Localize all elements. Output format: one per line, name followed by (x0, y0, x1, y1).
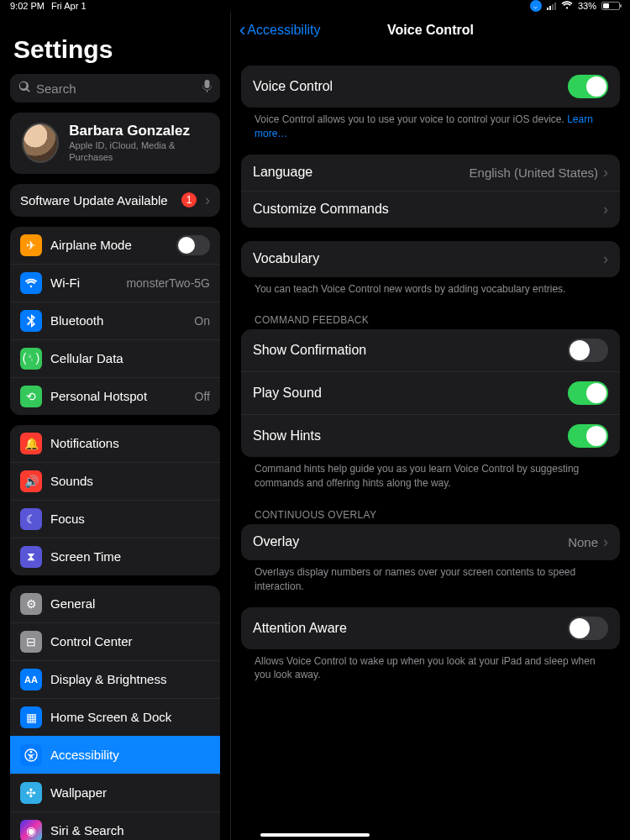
vocabulary-row[interactable]: Vocabulary › (241, 241, 620, 277)
sidebar-item-siri[interactable]: ◉ Siri & Search (10, 811, 220, 840)
chevron-right-icon: › (603, 201, 608, 218)
cellular-icon: (␏) (20, 348, 42, 370)
siri-icon: ◉ (20, 820, 42, 840)
sidebar-item-screentime[interactable]: ⧗ Screen Time (10, 538, 220, 575)
hotspot-icon: ⟲ (20, 386, 42, 407)
toggles-icon: ⊟ (20, 631, 42, 653)
search-icon (18, 81, 31, 97)
show-hints-toggle[interactable] (568, 424, 608, 448)
gear-icon: ⚙ (20, 593, 42, 615)
attention-aware-row[interactable]: Attention Aware (241, 607, 620, 649)
battery-percent: 33% (578, 1, 596, 11)
display-icon: AA (20, 669, 42, 690)
status-time: 9:02 PM (10, 1, 45, 11)
attention-aware-toggle[interactable] (568, 617, 608, 640)
show-confirmation-toggle[interactable] (568, 339, 608, 362)
chevron-left-icon: ‹ (239, 21, 245, 39)
command-feedback-header: Command Feedback (241, 296, 620, 329)
overlay-row[interactable]: Overlay None › (241, 524, 620, 560)
search-field[interactable] (10, 74, 220, 102)
sidebar-item-wifi[interactable]: Wi-Fi monsterTwo-5G (10, 264, 220, 302)
update-badge: 1 (181, 192, 197, 207)
flower-icon: ✣ (20, 782, 42, 804)
sidebar-item-sounds[interactable]: 🔊 Sounds (10, 462, 220, 500)
wifi-icon (561, 1, 573, 11)
sidebar-item-display[interactable]: AA Display & Brightness (10, 660, 220, 698)
chevron-right-icon: › (603, 164, 608, 181)
voice-control-footer: Voice Control allows you to use your voi… (241, 108, 620, 141)
accessibility-icon (20, 744, 42, 766)
detail-pane: ‹ Accessibility Voice Control Voice Cont… (231, 12, 630, 840)
profile-subtitle: Apple ID, iCloud, Media & Purchases (69, 139, 208, 164)
show-hints-row[interactable]: Show Hints (241, 414, 620, 457)
status-bar: 9:02 PM Fri Apr 1 ⌵ 33% (0, 0, 630, 12)
status-date: Fri Apr 1 (51, 1, 87, 11)
software-update-row[interactable]: Software Update Available 1 › (10, 184, 220, 217)
play-sound-toggle[interactable] (568, 381, 608, 405)
home-indicator[interactable] (260, 833, 370, 837)
airplane-toggle[interactable] (176, 235, 210, 255)
continuous-overlay-header: Continuous Overlay (241, 491, 620, 524)
dictation-icon[interactable] (202, 80, 212, 97)
sidebar-item-wallpaper[interactable]: ✣ Wallpaper (10, 774, 220, 811)
voice-control-row[interactable]: Voice Control (241, 66, 620, 108)
wifi-icon (20, 272, 42, 294)
cell-signal-icon (547, 2, 556, 10)
sidebar-item-homescreen[interactable]: ▦ Home Screen & Dock (10, 698, 220, 736)
sidebar-item-accessibility[interactable]: Accessibility (10, 736, 220, 774)
grid-icon: ▦ (20, 706, 42, 728)
bluetooth-icon (20, 310, 42, 332)
airplane-icon: ✈ (20, 234, 42, 256)
svg-point-1 (30, 750, 33, 753)
sidebar-item-airplane[interactable]: ✈ Airplane Mode (10, 227, 220, 264)
show-confirmation-row[interactable]: Show Confirmation (241, 329, 620, 371)
sidebar-item-hotspot[interactable]: ⟲ Personal Hotspot Off (10, 377, 220, 415)
moon-icon: ☾ (20, 508, 42, 530)
sidebar-item-general[interactable]: ⚙ General (10, 585, 220, 622)
attention-footer: Allows Voice Control to wake up when you… (241, 649, 620, 683)
settings-sidebar: Settings Barbara Gonzalez Apple ID, iClo… (0, 12, 231, 840)
command-feedback-footer: Command hints help guide you as you lear… (241, 457, 620, 491)
sidebar-item-cellular[interactable]: (␏) Cellular Data (10, 339, 220, 377)
page-title: Settings (0, 12, 230, 71)
customize-commands-row[interactable]: Customize Commands › (241, 191, 620, 228)
sidebar-item-notifications[interactable]: 🔔 Notifications (10, 425, 220, 462)
chevron-right-icon: › (603, 250, 608, 268)
navbar: ‹ Accessibility Voice Control (231, 12, 630, 49)
back-button[interactable]: ‹ Accessibility (231, 21, 320, 39)
apple-id-card[interactable]: Barbara Gonzalez Apple ID, iCloud, Media… (10, 113, 220, 174)
battery-icon (601, 2, 620, 10)
play-sound-row[interactable]: Play Sound (241, 371, 620, 414)
profile-name: Barbara Gonzalez (69, 123, 208, 139)
overlay-footer: Overlays display numbers or names over y… (241, 560, 620, 594)
sidebar-item-bluetooth[interactable]: Bluetooth On (10, 302, 220, 339)
sidebar-item-control-center[interactable]: ⊟ Control Center (10, 622, 220, 660)
avatar (22, 123, 59, 163)
chevron-right-icon: › (205, 192, 210, 209)
bell-icon: 🔔 (20, 433, 42, 454)
chevron-right-icon: › (603, 533, 608, 551)
vocabulary-footer: You can teach Voice Control new words by… (241, 277, 620, 297)
speaker-icon: 🔊 (20, 470, 42, 492)
search-input[interactable] (36, 81, 197, 96)
bluetooth-icon: ⌵ (530, 0, 542, 12)
language-row[interactable]: Language English (United States) › (241, 155, 620, 191)
voice-control-toggle[interactable] (568, 75, 608, 98)
hourglass-icon: ⧗ (20, 546, 42, 568)
sidebar-item-focus[interactable]: ☾ Focus (10, 500, 220, 538)
